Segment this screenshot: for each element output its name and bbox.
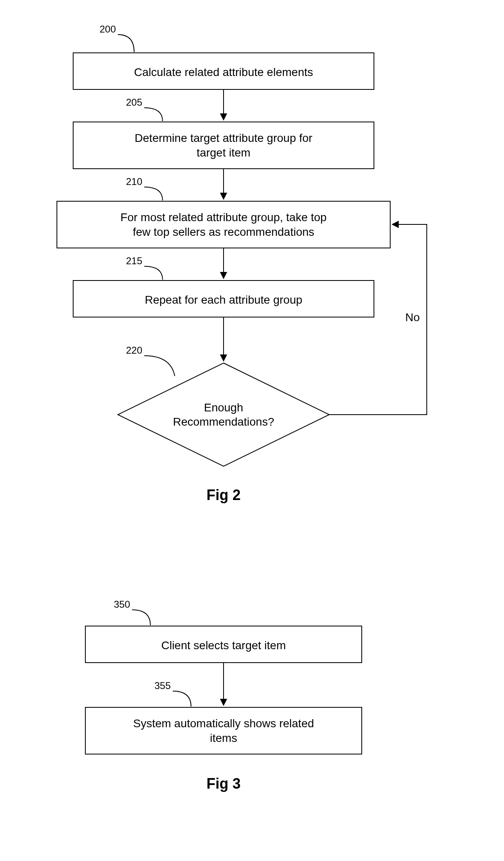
- box-355-text-l2: items: [210, 732, 237, 744]
- box-205: Determine target attribute group for tar…: [73, 122, 374, 169]
- label-210: 210: [126, 176, 163, 200]
- fig3-caption: Fig 3: [206, 775, 241, 792]
- box-355: System automatically shows related items: [85, 707, 362, 754]
- svg-text:350: 350: [114, 599, 130, 610]
- diamond-220-text-l1: Enough: [204, 401, 243, 414]
- edge-no-label: No: [405, 311, 420, 324]
- svg-rect-4: [57, 201, 390, 248]
- svg-text:200: 200: [100, 24, 116, 35]
- box-205-text-l2: target item: [197, 146, 250, 159]
- box-210: For most related attribute group, take t…: [57, 201, 390, 248]
- svg-text:205: 205: [126, 97, 142, 108]
- label-215: 215: [126, 255, 163, 280]
- svg-text:355: 355: [154, 680, 171, 691]
- box-215: Repeat for each attribute group: [73, 280, 374, 317]
- svg-rect-12: [85, 707, 362, 754]
- diamond-220: Enough Recommendations?: [118, 363, 329, 466]
- svg-rect-2: [73, 122, 374, 169]
- label-200: 200: [100, 24, 134, 52]
- label-350: 350: [114, 599, 150, 625]
- label-355: 355: [154, 680, 191, 707]
- diagram-canvas: Calculate related attribute elements 200…: [0, 0, 504, 861]
- box-350: Client selects target item: [85, 626, 362, 663]
- diamond-220-text-l2: Recommendations?: [173, 415, 274, 428]
- fig2-caption: Fig 2: [206, 487, 241, 503]
- box-200: Calculate related attribute elements: [73, 53, 374, 89]
- box-205-text-l1: Determine target attribute group for: [135, 132, 312, 144]
- box-200-text: Calculate related attribute elements: [134, 66, 313, 78]
- svg-text:210: 210: [126, 176, 142, 187]
- svg-text:220: 220: [126, 345, 142, 356]
- box-355-text-l1: System automatically shows related: [133, 717, 314, 730]
- label-205: 205: [126, 97, 163, 121]
- svg-marker-8: [118, 363, 329, 466]
- label-220: 220: [126, 345, 175, 376]
- arrow-220-no: No: [329, 224, 427, 415]
- svg-text:215: 215: [126, 255, 142, 266]
- box-215-text: Repeat for each attribute group: [145, 294, 302, 306]
- box-210-text-l2: few top sellers as recommendations: [133, 226, 315, 238]
- box-350-text: Client selects target item: [161, 639, 286, 652]
- box-210-text-l1: For most related attribute group, take t…: [120, 211, 326, 224]
